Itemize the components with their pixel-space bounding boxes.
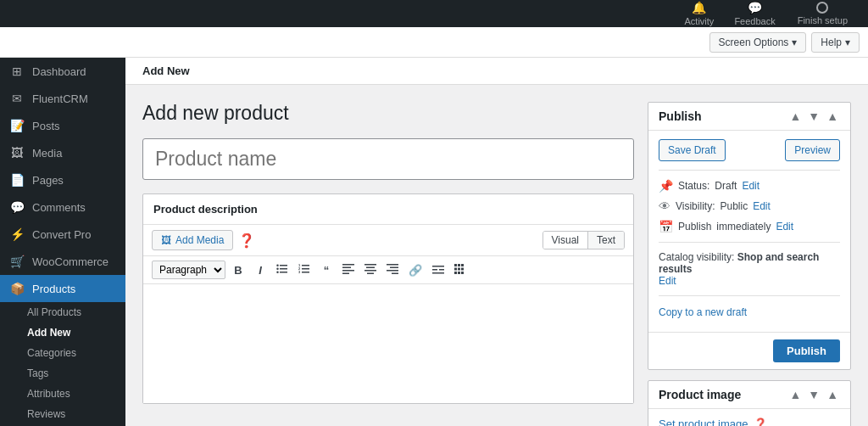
visibility-label: Visibility: bbox=[676, 200, 715, 212]
align-center-button[interactable] bbox=[361, 262, 380, 278]
woocommerce-icon: 🛒 bbox=[8, 255, 25, 268]
sidebar-item-convert-pro[interactable]: ⚡ Convert Pro bbox=[0, 221, 125, 248]
sidebar-item-media[interactable]: 🖼 Media bbox=[0, 139, 125, 166]
product-image-collapse-down[interactable]: ▼ bbox=[806, 388, 821, 401]
tab-text-label: Text bbox=[597, 234, 615, 246]
divider-2 bbox=[659, 242, 840, 243]
sidebar-label-convert-pro: Convert Pro bbox=[32, 228, 91, 241]
paragraph-select[interactable]: Paragraph Heading 1 Heading 2 bbox=[152, 261, 225, 279]
finish-setup-button[interactable]: Finish setup bbox=[786, 0, 860, 27]
catalog-visibility-edit[interactable]: Edit bbox=[659, 275, 676, 287]
metabox-collapse-down[interactable]: ▼ bbox=[806, 109, 821, 123]
sidebar-subitem-tags[interactable]: Tags bbox=[0, 363, 125, 384]
tab-text[interactable]: Text bbox=[588, 232, 624, 249]
svg-rect-13 bbox=[342, 266, 351, 268]
sidebar-label-fluentcrm: FluentCRM bbox=[32, 92, 88, 105]
catalog-visibility-label: Catalog visibility: bbox=[659, 251, 734, 263]
tags-label: Tags bbox=[27, 367, 48, 379]
bold-button[interactable]: B bbox=[229, 262, 248, 278]
activity-button[interactable]: 🔔 Activity bbox=[675, 0, 725, 27]
sidebar-subitem-attributes[interactable]: Attributes bbox=[0, 384, 125, 404]
sidebar-label-posts: Posts bbox=[32, 120, 60, 132]
svg-rect-0 bbox=[280, 265, 287, 266]
italic-button[interactable]: I bbox=[251, 262, 270, 278]
sidebar-subitem-categories[interactable]: Categories bbox=[0, 343, 125, 363]
product-image-toggle[interactable]: ▲ bbox=[825, 388, 840, 401]
status-edit-link[interactable]: Edit bbox=[742, 180, 760, 192]
svg-rect-24 bbox=[432, 266, 444, 267]
sidebar-subitem-add-new[interactable]: Add New bbox=[0, 322, 125, 343]
publish-metabox: Publish ▲ ▼ ▲ Save Draft Preview bbox=[648, 102, 851, 370]
feedback-button[interactable]: 💬 Feedback bbox=[724, 0, 785, 27]
dashboard-icon: ⊞ bbox=[8, 64, 25, 78]
status-row: 📌 Status: Draft Edit bbox=[659, 176, 840, 196]
add-media-button[interactable]: 🖼 Add Media bbox=[152, 230, 233, 250]
svg-rect-2 bbox=[280, 272, 287, 273]
right-sidebar: Publish ▲ ▼ ▲ Save Draft Preview bbox=[648, 102, 851, 426]
kitchen-sink-button[interactable] bbox=[451, 262, 470, 278]
editor-help-icon[interactable]: ❓ bbox=[238, 233, 255, 249]
copy-draft-link[interactable]: Copy to a new draft bbox=[659, 301, 840, 323]
editor-body[interactable] bbox=[143, 284, 633, 403]
sidebar-item-comments[interactable]: 💬 Comments bbox=[0, 193, 125, 221]
product-image-collapse-up[interactable]: ▲ bbox=[787, 388, 803, 401]
page-body: Add new product Product description 🖼 Ad… bbox=[125, 85, 868, 426]
screen-options-button[interactable]: Screen Options ▾ bbox=[709, 32, 807, 53]
more-button[interactable] bbox=[429, 262, 448, 278]
svg-rect-25 bbox=[432, 269, 437, 271]
tab-visual[interactable]: Visual bbox=[543, 232, 588, 249]
products-icon: 📦 bbox=[8, 282, 25, 295]
link-button[interactable]: 🔗 bbox=[405, 262, 426, 278]
sidebar-item-products[interactable]: 📦 Products bbox=[0, 275, 125, 302]
page-title: Add new product bbox=[142, 102, 634, 125]
align-right-button[interactable] bbox=[383, 262, 402, 278]
unordered-list-button[interactable] bbox=[273, 261, 292, 279]
add-new-heading: Add New bbox=[142, 64, 190, 77]
visibility-value: Public bbox=[720, 200, 748, 212]
svg-rect-7 bbox=[302, 268, 309, 270]
sidebar: ⊞ Dashboard ✉ FluentCRM 📝 Posts 🖼 Media … bbox=[0, 58, 125, 426]
sidebar-item-woocommerce[interactable]: 🛒 WooCommerce bbox=[0, 248, 125, 275]
svg-rect-35 bbox=[458, 272, 460, 274]
product-image-help-icon[interactable]: ❓ bbox=[754, 418, 767, 426]
layout: ⊞ Dashboard ✉ FluentCRM 📝 Posts 🖼 Media … bbox=[0, 58, 868, 426]
save-draft-button[interactable]: Save Draft bbox=[659, 139, 726, 161]
page-header: Add New bbox=[125, 58, 868, 85]
sidebar-item-dashboard[interactable]: ⊞ Dashboard bbox=[0, 58, 125, 85]
ordered-list-button[interactable]: 123 bbox=[295, 261, 314, 279]
calendar-icon: 📅 bbox=[659, 220, 673, 233]
align-left-button[interactable] bbox=[339, 262, 358, 278]
sidebar-subitem-reviews[interactable]: Reviews bbox=[0, 404, 125, 424]
blockquote-button[interactable]: “ bbox=[317, 262, 336, 278]
metabox-controls: ▲ ▼ ▲ bbox=[787, 109, 840, 123]
screen-options-arrow: ▾ bbox=[792, 36, 797, 48]
svg-rect-8 bbox=[302, 272, 309, 273]
svg-rect-14 bbox=[342, 270, 354, 272]
sidebar-item-fluentcrm[interactable]: ✉ FluentCRM bbox=[0, 85, 125, 112]
visibility-edit-link[interactable]: Edit bbox=[753, 200, 771, 212]
svg-rect-29 bbox=[458, 264, 460, 266]
svg-rect-28 bbox=[454, 264, 457, 266]
catalog-visibility-row: Catalog visibility: Shop and search resu… bbox=[659, 248, 840, 290]
product-name-input[interactable] bbox=[142, 138, 634, 180]
help-button[interactable]: Help ▾ bbox=[811, 32, 860, 53]
sidebar-item-posts[interactable]: 📝 Posts bbox=[0, 112, 125, 139]
publish-button[interactable]: Publish bbox=[773, 339, 840, 362]
publish-metabox-title: Publish bbox=[659, 109, 782, 123]
preview-button[interactable]: Preview bbox=[785, 139, 840, 161]
metabox-collapse-up[interactable]: ▲ bbox=[787, 109, 803, 123]
sidebar-label-media: Media bbox=[32, 147, 62, 160]
svg-rect-19 bbox=[367, 272, 374, 274]
svg-rect-12 bbox=[342, 264, 354, 266]
publish-edit-link[interactable]: Edit bbox=[776, 221, 793, 233]
svg-rect-6 bbox=[302, 265, 309, 266]
sidebar-item-pages[interactable]: 📄 Pages bbox=[0, 166, 125, 193]
sidebar-label-pages: Pages bbox=[32, 174, 64, 187]
set-product-image-link[interactable]: Set product image bbox=[659, 418, 748, 426]
pages-icon: 📄 bbox=[8, 173, 25, 187]
publish-label: Publish bbox=[678, 221, 711, 233]
metabox-toggle[interactable]: ▲ bbox=[825, 109, 840, 123]
sidebar-subitem-all-products[interactable]: All Products bbox=[0, 302, 125, 322]
divider-3 bbox=[659, 295, 840, 296]
tab-visual-label: Visual bbox=[552, 234, 579, 246]
